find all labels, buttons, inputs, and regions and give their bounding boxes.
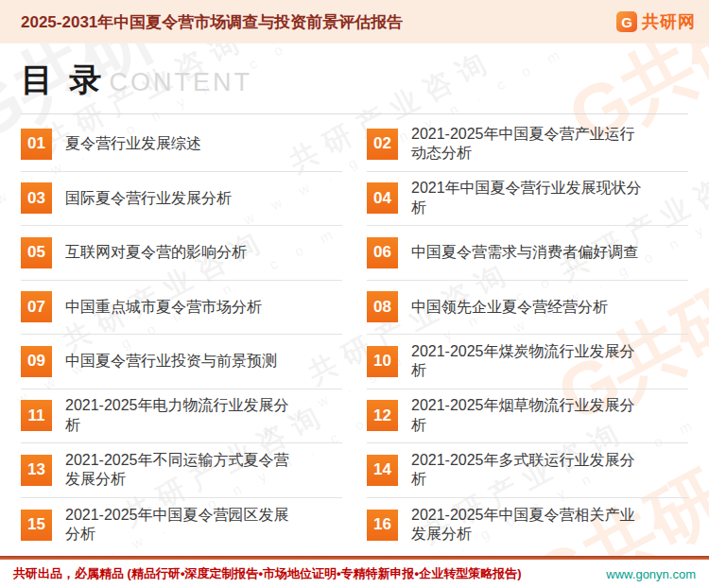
toc-item-number: 14 [367,455,398,486]
toc-item-number: 10 [367,346,398,377]
toc-item-15[interactable]: 15 2021-2025年中国夏令营园区发展分析 [21,498,342,553]
logo-g-icon: G [616,11,637,32]
toc-item-number: 08 [367,291,398,322]
toc-item-number: 05 [21,237,52,268]
toc-item-number: 12 [367,400,398,431]
toc-item-02[interactable]: 02 2021-2025年中国夏令营产业运行动态分析 [367,117,688,172]
toc-item-10[interactable]: 10 2021-2025年煤炭物流行业发展分析 [367,335,688,389]
toc-item-label: 国际夏令营行业发展分析 [65,189,232,208]
toc-item-07[interactable]: 07 中国重点城市夏令营市场分析 [21,281,342,336]
toc-item-number: 06 [367,237,398,268]
toc-item-number: 03 [21,182,52,214]
toc-title-zh: 目 录 [21,59,105,102]
toc-item-label: 中国夏令营需求与消费者偏好调查 [411,243,638,262]
logo-name: 共研网 [642,10,696,33]
toc-item-label: 中国重点城市夏令营市场分析 [65,298,262,317]
toc-item-09[interactable]: 09 中国夏令营行业投资与前景预测 [21,335,342,389]
footer-slogan: 共研出品，必属精品 (精品行研•深度定制报告•市场地位证明•专精特新申报•企业转… [13,565,521,582]
toc-item-label: 互联网对夏令营的影响分析 [65,243,247,262]
toc-item-12[interactable]: 12 2021-2025年烟草物流行业发展分析 [367,389,688,444]
toc-item-number: 16 [367,510,398,541]
toc-item-04[interactable]: 04 2021年中国夏令营行业发展现状分析 [367,172,688,227]
toc-item-label: 夏令营行业发展综述 [65,134,201,153]
toc-item-label: 2021-2025年煤炭物流行业发展分析 [411,342,648,381]
toc-item-label: 2021-2025年多式联运行业发展分析 [411,451,648,490]
toc-item-label: 2021-2025年烟草物流行业发展分析 [411,396,648,435]
toc-item-05[interactable]: 05 互联网对夏令营的影响分析 [21,226,342,281]
title-divider [21,113,688,114]
footer: 共研出品，必属精品 (精品行研•深度定制报告•市场地位证明•专精特新申报•企业转… [0,556,709,588]
toc-item-number: 01 [21,129,52,160]
toc-item-14[interactable]: 14 2021-2025年多式联运行业发展分析 [367,443,688,498]
footer-row: 共研出品，必属精品 (精品行研•深度定制报告•市场地位证明•专精特新申报•企业转… [0,560,709,588]
toc-item-label: 2021-2025年电力物流行业发展分析 [65,396,302,435]
footer-website-link[interactable]: www.gonyn.com [606,567,696,581]
toc-item-03[interactable]: 03 国际夏令营行业发展分析 [21,172,342,227]
toc-item-number: 04 [367,182,398,214]
toc-item-label: 2021-2025年中国夏令营园区发展分析 [65,506,302,545]
toc-item-number: 11 [21,400,52,431]
toc-item-label: 2021-2025年中国夏令营产业运行动态分析 [411,125,648,164]
toc-item-13[interactable]: 13 2021-2025年不同运输方式夏令营发展分析 [21,443,342,498]
toc-item-16[interactable]: 16 2021-2025年中国夏令营相关产业发展分析 [367,498,688,553]
toc-item-label: 中国夏令营行业投资与前景预测 [65,352,277,371]
toc-item-number: 07 [21,291,52,322]
toc-item-number: 13 [21,455,52,486]
brand-logo[interactable]: G 共研网 [616,10,696,33]
toc-item-number: 09 [21,346,52,377]
toc-item-number: 15 [21,510,52,541]
toc-item-01[interactable]: 01 夏令营行业发展综述 [21,117,342,172]
content-area: 目 录 CONTENT 01 夏令营行业发展综述 02 2021-2025年中国… [0,59,709,552]
toc-item-08[interactable]: 08 中国领先企业夏令营经营分析 [367,281,688,336]
toc-item-label: 2021-2025年不同运输方式夏令营发展分析 [65,451,302,490]
toc-title-en: CONTENT [109,68,252,97]
report-toc-page: 共研产业咨询 w w w . g o n y n . c o m 共研产业咨询 … [0,0,709,588]
header-bar: 2025-2031年中国夏令营市场调查与投资前景评估报告 G 共研网 [0,0,709,43]
toc-item-06[interactable]: 06 中国夏令营需求与消费者偏好调查 [367,226,688,281]
toc-item-11[interactable]: 11 2021-2025年电力物流行业发展分析 [21,389,342,444]
toc-item-label: 2021-2025年中国夏令营相关产业发展分析 [411,506,648,545]
toc-item-label: 2021年中国夏令营行业发展现状分析 [411,179,648,217]
toc-title-block: 目 录 CONTENT [21,59,688,102]
toc-item-label: 中国领先企业夏令营经营分析 [411,298,608,317]
toc-item-number: 02 [367,129,398,160]
toc-grid: 01 夏令营行业发展综述 02 2021-2025年中国夏令营产业运行动态分析 … [21,117,688,552]
report-title: 2025-2031年中国夏令营市场调查与投资前景评估报告 [21,11,403,33]
